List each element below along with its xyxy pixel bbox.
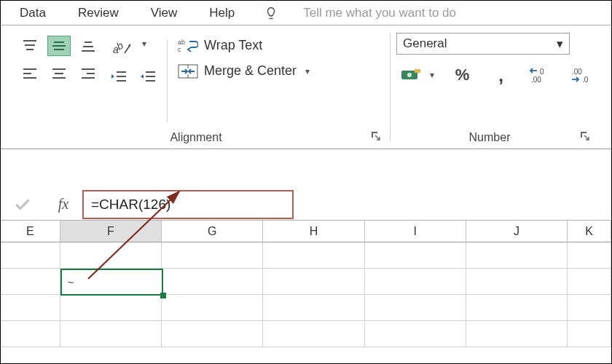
merge-center-icon [178,64,198,79]
cell[interactable] [1,295,60,321]
cell[interactable] [466,269,568,295]
column-header-i[interactable]: I [365,221,466,242]
cell[interactable] [162,269,263,295]
grid-row [1,295,611,321]
wrap-text-button[interactable]: ab c Wrap Text [175,36,313,55]
cell[interactable] [466,295,568,321]
cell[interactable] [60,242,162,269]
tell-me-search[interactable]: Tell me what you want to do [287,6,472,20]
group-alignment-label: Alignment [21,131,371,144]
cell[interactable] [568,295,611,321]
cell[interactable] [1,242,60,269]
group-number-label: Number [399,131,580,144]
alignment-dialog-launcher[interactable] [371,131,381,144]
cell[interactable] [263,269,364,295]
merge-center-caret-icon[interactable]: ▾ [302,66,310,76]
number-format-value: General [403,36,447,51]
tab-data[interactable]: Data [4,6,62,20]
merge-center-label: Merge & Center [204,63,297,79]
percent-style-button[interactable]: % [452,65,473,85]
decrease-indent-button[interactable] [107,66,130,87]
cell[interactable] [162,321,263,347]
svg-text:.0: .0 [582,76,589,83]
align-right-button[interactable] [76,63,100,84]
accounting-format-button[interactable] [396,65,425,85]
formula-bar: fx =CHAR(126) [1,189,611,221]
ribbon: a b ▾ [1,25,611,149]
wrap-text-label: Wrap Text [204,38,262,53]
cell[interactable] [365,295,466,321]
chevron-down-icon: ▾ [557,36,563,52]
currency-icon [400,68,422,82]
column-header-e[interactable]: E [1,221,60,242]
column-header-h[interactable]: H [263,221,364,242]
orientation-button[interactable]: a b [107,39,136,59]
decrease-decimal-button[interactable]: .00 .0 [570,65,593,85]
tab-view[interactable]: View [135,6,194,20]
lightbulb-icon [251,6,287,20]
group-number: General ▾ ▾ % , [391,25,599,149]
number-format-dropdown[interactable]: General ▾ [396,33,570,55]
cell[interactable] [263,242,364,269]
enter-check-icon[interactable] [1,195,44,214]
comma-style-button[interactable]: , [490,65,511,85]
column-header-g[interactable]: G [162,221,263,242]
cell[interactable] [263,295,364,321]
svg-text:.00: .00 [531,76,541,83]
align-left-button[interactable] [18,63,42,84]
orientation-caret-icon[interactable]: ▾ [139,39,146,49]
grid-row [1,321,611,347]
cell[interactable] [162,295,263,321]
column-headers: E F G H I J K [1,221,611,242]
svg-text:c: c [178,46,181,53]
cell[interactable] [365,321,466,347]
tab-help[interactable]: Help [193,6,251,20]
svg-text:ab: ab [178,39,185,46]
number-dialog-launcher[interactable] [580,131,590,144]
menu-bar: Data Review View Help Tell me what you w… [1,1,611,25]
align-top-button[interactable] [18,36,42,56]
cell[interactable] [162,242,263,269]
fill-handle[interactable] [160,293,166,298]
cell[interactable] [365,269,466,295]
align-bottom-button[interactable] [76,36,100,56]
cell[interactable] [60,295,162,321]
cell[interactable] [466,321,568,347]
active-cell-value: ~ [68,277,74,288]
wrap-text-icon: ab c [178,37,198,53]
active-cell[interactable]: ~ [60,269,163,296]
svg-text:0: 0 [540,68,544,76]
cell[interactable] [365,242,466,269]
worksheet-grid[interactable]: E F G H I J K [1,221,611,347]
cell[interactable] [60,321,162,347]
column-header-j[interactable]: J [466,221,568,242]
cell[interactable] [1,269,60,295]
increase-decimal-button[interactable]: 0 .00 [529,65,552,85]
align-center-button[interactable] [47,63,71,84]
cell[interactable] [263,321,364,347]
align-middle-button[interactable] [47,36,71,56]
cell[interactable] [568,269,611,295]
column-header-f[interactable]: F [60,221,162,242]
increase-indent-button[interactable] [136,66,160,87]
cell[interactable] [568,242,611,269]
formula-input[interactable]: =CHAR(126) [82,190,294,219]
group-alignment: a b ▾ [12,25,390,149]
cell[interactable] [1,321,60,347]
cell[interactable] [568,321,611,347]
merge-center-button[interactable]: Merge & Center ▾ [175,62,313,80]
svg-point-32 [407,73,412,77]
formula-text: =CHAR(126) [91,197,170,213]
grid-row [1,242,611,269]
column-header-k[interactable]: K [568,221,611,242]
tab-review[interactable]: Review [62,6,135,20]
insert-function-button[interactable]: fx [44,196,82,213]
accounting-caret-icon[interactable]: ▾ [427,70,434,80]
svg-rect-33 [415,69,420,73]
cell[interactable] [466,242,568,269]
svg-text:.00: .00 [572,68,582,76]
